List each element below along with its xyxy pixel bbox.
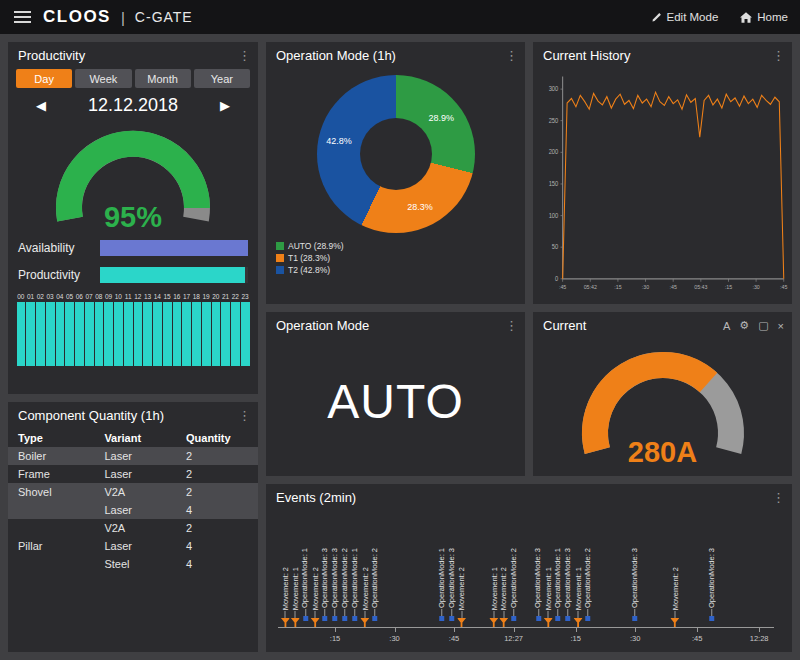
font-size-icon[interactable]: A (723, 320, 730, 332)
event-marker[interactable]: OperationMode: 3 (631, 548, 639, 627)
tab-day[interactable]: Day (16, 69, 72, 88)
hour-bar (65, 302, 74, 366)
event-marker[interactable]: Movement: 1 (489, 567, 498, 627)
hour-bar (153, 302, 162, 366)
svg-text::30: :30 (642, 284, 649, 290)
hour-label: 15 (162, 293, 172, 300)
column-header: Variant (104, 432, 186, 444)
next-day-button[interactable]: ▶ (220, 98, 230, 113)
table-cell: Boiler (18, 450, 104, 462)
hour-bar (75, 302, 84, 366)
event-marker[interactable]: OperationMode: 2 (371, 548, 379, 627)
event-marker[interactable]: Movement: 2 (311, 567, 320, 627)
edit-mode-button[interactable]: Edit Mode (651, 11, 719, 23)
table-header-row: TypeVariantQuantity (8, 429, 258, 447)
event-marker[interactable]: Movement: 2 (457, 567, 466, 627)
window-icon[interactable]: ▢ (758, 319, 768, 332)
kebab-menu-icon[interactable]: ⋮ (505, 48, 517, 63)
kpi-track (100, 267, 248, 283)
table-row[interactable]: PillarLaser4 (8, 537, 258, 555)
menu-icon[interactable] (12, 9, 33, 25)
table-row[interactable]: ShovelV2A2 (8, 483, 258, 501)
event-marker[interactable]: Movement: 1 (291, 567, 300, 627)
event-marker[interactable]: Movement: 2 (281, 567, 290, 627)
table-row[interactable]: FrameLaser2 (8, 465, 258, 483)
event-label: OperationMode: 1 (351, 548, 359, 608)
productivity-tabs: DayWeekMonthYear (8, 67, 258, 90)
kebab-menu-icon[interactable]: ⋮ (772, 48, 784, 63)
event-marker[interactable]: OperationMode: 1 (554, 548, 562, 627)
event-marker[interactable]: Movement: 2 (670, 567, 679, 627)
event-label: Movement: 1 (545, 567, 553, 610)
kebab-menu-icon[interactable]: ⋮ (238, 408, 250, 423)
kpi-label: Productivity (18, 268, 100, 282)
event-marker[interactable]: OperationMode: 3 (708, 548, 716, 627)
event-marker[interactable]: OperationMode: 1 (438, 548, 446, 627)
event-marker[interactable]: OperationMode: 3 (321, 548, 329, 627)
hour-bar (173, 302, 182, 366)
date-navigation: ◀ 12.12.2018 ▶ (8, 90, 258, 116)
hour-label: 16 (172, 293, 182, 300)
event-marker[interactable]: OperationMode: 3 (535, 548, 543, 627)
square-icon (566, 616, 571, 621)
current-history-title: Current History (543, 48, 630, 63)
event-marker[interactable]: OperationMode: 3 (564, 548, 572, 627)
slice-label: 28.9% (428, 113, 454, 123)
event-marker[interactable]: OperationMode: 2 (341, 548, 349, 627)
event-marker[interactable]: OperationMode: 1 (351, 548, 359, 627)
kebab-menu-icon[interactable]: ⋮ (238, 48, 250, 63)
axis-tick-mark (697, 628, 698, 632)
axis-tick-label: :15 (330, 634, 340, 643)
event-marker[interactable]: Movement: 2 (360, 567, 369, 627)
hour-label: 05 (65, 293, 75, 300)
table-cell: Pillar (18, 540, 104, 552)
event-marker[interactable]: OperationMode: 3 (448, 548, 456, 627)
hour-bar (95, 302, 104, 366)
current-title: Current (543, 318, 586, 333)
event-marker[interactable]: OperationMode: 1 (302, 548, 310, 627)
event-marker[interactable]: OperationMode: 3 (331, 548, 339, 627)
hour-label: 01 (26, 293, 36, 300)
kebab-menu-icon[interactable]: ⋮ (772, 490, 784, 505)
axis-tick-mark (454, 628, 455, 632)
event-stem (503, 611, 504, 618)
event-marker[interactable]: Movement: 1 (544, 567, 553, 627)
event-marker[interactable]: OperationMode: 2 (584, 548, 592, 627)
square-icon (633, 616, 638, 621)
svg-text:05:43: 05:43 (694, 284, 707, 290)
event-marker[interactable]: Movement: 1 (574, 567, 583, 627)
close-icon[interactable]: × (778, 320, 784, 332)
productivity-title: Productivity (18, 48, 85, 63)
svg-text:0: 0 (555, 275, 559, 282)
funnel-icon (670, 618, 679, 627)
hour-label: 02 (36, 293, 46, 300)
component-quantity-title: Component Quantity (1h) (18, 408, 164, 423)
tab-month[interactable]: Month (135, 69, 191, 88)
event-marker[interactable]: Movement: 2 (499, 567, 508, 627)
kpi-bar-availability: Availability (18, 240, 248, 256)
event-stem (344, 609, 345, 616)
tab-week[interactable]: Week (75, 69, 131, 88)
settings-icon[interactable]: ⚙ (739, 319, 749, 332)
legend-item-auto[interactable]: AUTO (28.9%) (276, 241, 515, 251)
event-label: Movement: 2 (671, 567, 679, 610)
square-icon (303, 616, 308, 621)
table-row[interactable]: Laser4 (8, 501, 258, 519)
brand-logo: CLOOS (43, 7, 111, 27)
event-marker[interactable]: OperationMode: 2 (510, 548, 518, 627)
legend-swatch (276, 266, 284, 274)
legend-item-t1[interactable]: T1 (28.3%) (276, 253, 515, 263)
tab-year[interactable]: Year (194, 69, 250, 88)
table-row[interactable]: V2A2 (8, 519, 258, 537)
funnel-icon (544, 618, 553, 627)
table-row[interactable]: BoilerLaser2 (8, 447, 258, 465)
hour-bar (85, 302, 94, 366)
event-stem (285, 611, 286, 618)
kebab-menu-icon[interactable]: ⋮ (505, 318, 517, 333)
prev-day-button[interactable]: ◀ (36, 98, 46, 113)
table-cell: V2A (104, 486, 186, 498)
legend-item-t2[interactable]: T2 (42.8%) (276, 265, 515, 275)
square-icon (333, 616, 338, 621)
table-row[interactable]: Steel4 (8, 555, 258, 573)
home-button[interactable]: Home (740, 11, 788, 23)
